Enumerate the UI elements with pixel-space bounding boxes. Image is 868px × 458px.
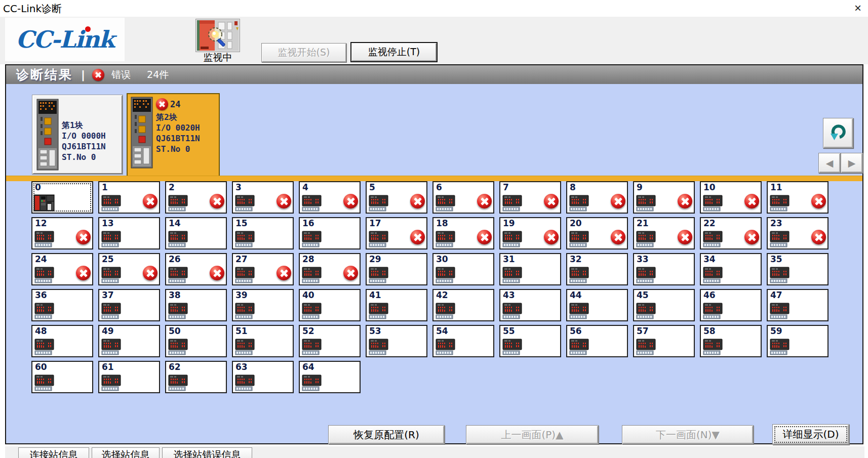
monitor-stop-button[interactable]: 监视停止(T) xyxy=(350,42,438,62)
station-cell[interactable]: 2 xyxy=(165,181,227,214)
station-cell[interactable]: 13 xyxy=(98,217,160,249)
station-cell[interactable]: 63 xyxy=(232,361,294,393)
station-cell[interactable]: 19 xyxy=(499,217,561,249)
station-cell[interactable]: 22 xyxy=(700,217,762,249)
station-cell[interactable]: 49 xyxy=(98,325,160,357)
remote-station-icon xyxy=(770,303,790,319)
station-cell[interactable]: 51 xyxy=(232,325,294,357)
remote-station-icon xyxy=(101,339,122,355)
station-cell[interactable]: 14 xyxy=(165,217,227,249)
station-cell[interactable]: 39 xyxy=(232,289,294,321)
station-cell[interactable]: 45 xyxy=(633,289,695,321)
master-station-icon xyxy=(33,194,56,212)
detail-display-button[interactable]: 详细显示(D) xyxy=(772,424,849,445)
station-cell[interactable]: 35 xyxy=(767,253,828,285)
station-cell[interactable]: 24 xyxy=(31,253,93,285)
station-cell[interactable]: 20 xyxy=(566,217,628,249)
tab-selected-station-info[interactable]: 选择站信息 xyxy=(92,447,160,458)
refresh-button[interactable] xyxy=(823,118,853,148)
station-number: 7 xyxy=(503,182,509,192)
station-cell[interactable]: 21 xyxy=(633,217,695,249)
station-cell[interactable]: 50 xyxy=(165,325,227,357)
station-cell[interactable]: 4 xyxy=(299,181,361,214)
station-cell[interactable]: 31 xyxy=(499,253,561,285)
tab-connected-station-info[interactable]: 连接站信息 xyxy=(18,447,89,458)
station-number: 37 xyxy=(102,290,114,300)
station-cell[interactable]: 61 xyxy=(98,361,160,393)
station-cell[interactable]: 9 xyxy=(633,181,695,214)
station-cell[interactable]: 37 xyxy=(98,289,160,321)
station-cell[interactable]: 27 xyxy=(232,253,294,285)
station-cell[interactable]: 55 xyxy=(499,325,561,357)
station-cell[interactable]: 0 xyxy=(31,181,93,214)
remote-station-icon xyxy=(168,374,188,391)
station-cell[interactable]: 58 xyxy=(700,325,762,357)
station-cell[interactable]: 44 xyxy=(566,289,628,321)
remote-station-icon xyxy=(569,267,589,283)
module-card-block2-selected[interactable]: 24 第2块 I/O 0020H QJ61BT11N ST.No 0 xyxy=(127,93,220,181)
station-cell[interactable]: 1 xyxy=(98,181,160,214)
station-cell[interactable]: 47 xyxy=(767,289,828,321)
station-cell[interactable]: 15 xyxy=(232,217,294,249)
station-number: 43 xyxy=(503,290,515,300)
station-number: 20 xyxy=(570,218,582,228)
module-card-block1[interactable]: 第1块 I/O 0000H QJ61BT11N ST.No 0 xyxy=(32,95,123,174)
station-cell[interactable]: 36 xyxy=(31,289,93,321)
station-cell[interactable]: 46 xyxy=(700,289,762,321)
station-cell[interactable]: 56 xyxy=(566,325,628,357)
station-cell[interactable]: 6 xyxy=(432,181,494,214)
station-cell[interactable]: 23 xyxy=(767,217,828,249)
station-cell[interactable]: 26 xyxy=(165,253,227,285)
station-cell[interactable]: 32 xyxy=(566,253,628,285)
station-cell[interactable]: 28 xyxy=(299,253,361,285)
station-cell[interactable]: 34 xyxy=(700,253,762,285)
station-cell[interactable]: 64 xyxy=(299,361,361,393)
next-screen-button[interactable]: 下一画面(N)▼ xyxy=(622,425,754,444)
station-cell[interactable]: 3 xyxy=(232,181,294,214)
station-cell[interactable]: 59 xyxy=(767,325,828,357)
restore-config-button[interactable]: 恢复原配置(R) xyxy=(328,425,445,444)
station-cell[interactable]: 60 xyxy=(31,361,93,393)
station-cell[interactable]: 17 xyxy=(366,217,427,249)
station-cell[interactable]: 54 xyxy=(432,325,494,357)
monitor-start-button[interactable]: 监视开始(S) xyxy=(261,43,346,62)
station-cell[interactable]: 25 xyxy=(98,253,160,285)
remote-station-icon xyxy=(436,339,456,355)
left-arrow-icon: ◀ xyxy=(826,157,834,169)
station-cell[interactable]: 57 xyxy=(633,325,695,357)
station-cell[interactable]: 12 xyxy=(31,217,93,249)
station-number: 23 xyxy=(770,218,782,228)
station-cell[interactable]: 42 xyxy=(432,289,494,321)
previous-screen-button[interactable]: 上一画面(P)▲ xyxy=(466,425,599,444)
station-cell[interactable]: 48 xyxy=(31,325,93,357)
station-cell[interactable]: 11 xyxy=(767,181,828,214)
right-arrow-icon: ▶ xyxy=(848,157,856,169)
station-cell[interactable]: 8 xyxy=(566,181,628,214)
station-cell[interactable]: 5 xyxy=(366,181,427,214)
station-cell[interactable]: 40 xyxy=(299,289,361,321)
station-cell[interactable]: 53 xyxy=(366,325,427,357)
cclink-logo-dot-icon xyxy=(85,26,91,32)
station-number: 34 xyxy=(703,254,716,264)
station-cell[interactable]: 52 xyxy=(299,325,361,357)
close-icon[interactable]: × xyxy=(850,1,866,16)
scroll-left-button[interactable]: ◀ xyxy=(818,153,841,173)
station-cell[interactable]: 10 xyxy=(700,181,762,214)
station-cell[interactable]: 43 xyxy=(499,289,561,321)
station-cell[interactable]: 29 xyxy=(366,253,427,285)
station-cell[interactable]: 16 xyxy=(299,217,361,249)
remote-station-icon xyxy=(101,374,122,391)
tab-selected-station-error-info[interactable]: 选择站错误信息 xyxy=(162,447,252,458)
station-cell[interactable]: 62 xyxy=(165,361,227,393)
station-cell[interactable]: 30 xyxy=(432,253,494,285)
station-cell[interactable]: 18 xyxy=(432,217,494,249)
scroll-right-button[interactable]: ▶ xyxy=(841,153,863,173)
remote-station-icon xyxy=(569,231,589,247)
remote-station-icon xyxy=(235,267,255,283)
station-cell[interactable]: 33 xyxy=(633,253,695,285)
station-cell[interactable]: 41 xyxy=(366,289,427,321)
station-cell[interactable]: 38 xyxy=(165,289,227,321)
remote-station-icon xyxy=(34,374,55,391)
module-block-label: 第1块 xyxy=(62,120,106,131)
station-cell[interactable]: 7 xyxy=(499,181,561,214)
